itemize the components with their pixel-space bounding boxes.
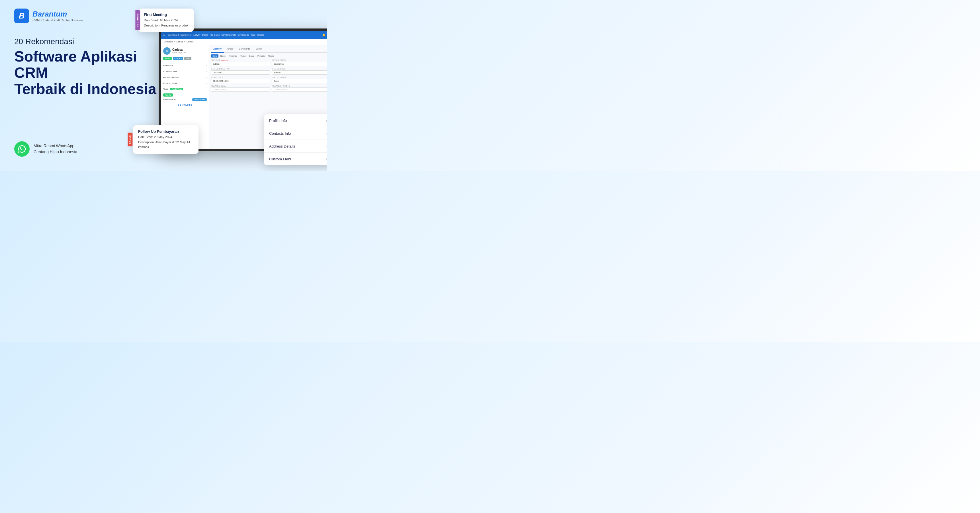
chevron-icon-profile: ›: [326, 118, 327, 123]
wa-text: Mitra Resmi WhatsApp Centang Hijau Indon…: [33, 143, 77, 155]
related-tickets-input[interactable]: -- Search Data --: [272, 88, 327, 92]
act-tab-meetings[interactable]: Meetings: [228, 54, 239, 57]
nav-dashboard[interactable]: Dashboard: [167, 33, 178, 36]
contacts-label: CONTACTS: [163, 102, 207, 108]
related-tickets-field: RELATED TICKETS -- Search Data --: [272, 85, 327, 92]
nav-downloads[interactable]: Downloads: [237, 33, 249, 36]
dropdown-custom-field[interactable]: Custom Field ›: [264, 153, 327, 165]
badge-view: View: [184, 57, 191, 60]
nav-deals[interactable]: Deals: [202, 33, 208, 36]
nav-tags[interactable]: Tags: [251, 33, 256, 36]
nav-others[interactable]: Others: [257, 33, 264, 36]
section-address-details[interactable]: Address Details ›: [163, 74, 207, 80]
chevron-icon-contacts: ›: [326, 131, 327, 135]
tags-row: Tags + Add Tags: [163, 86, 207, 92]
meeting-tab: MEETINGS: [135, 10, 140, 30]
calls-owner-field: CALLS OWNER Demo: [272, 76, 327, 83]
dropdown-profile-info[interactable]: Profile Info ›: [264, 114, 327, 127]
dropdown-card: Profile Info › Contacts Info › Address D…: [264, 114, 327, 165]
status-direction-value[interactable]: Outbound: [211, 70, 270, 75]
dropdown-contacts-info[interactable]: Contacts Info ›: [264, 127, 327, 140]
section-profile-info[interactable]: Profile Info ›: [163, 62, 207, 69]
crm-tabs: Activity Chats Comments Summ: [211, 47, 327, 53]
calls-card-date: Date Start: 20 May 2024: [138, 135, 193, 140]
meeting-card-title: First Meeting: [144, 13, 189, 17]
logo-area: B Barantum CRM, Chats, & Call Center Sof…: [14, 8, 83, 23]
contact-name: Carissa: [172, 48, 186, 51]
status-badges: Reach Check It View: [163, 57, 207, 60]
contact-company: Inda Jaya, PT: [172, 51, 186, 54]
attachments-row: Attachments + Upload File: [163, 97, 207, 102]
act-tab-calls[interactable]: Calls: [211, 54, 218, 57]
start-date-field: START DATE 04-06-2024 18:18: [211, 76, 270, 83]
logo-tagline: CRM, Chats, & Call Center Software: [32, 19, 83, 22]
calls-card: CALLS Follow Up Pembayaran Date Start: 2…: [133, 125, 199, 154]
section-contacts-info[interactable]: Contacts Info ›: [163, 69, 207, 74]
act-tab-tasks[interactable]: Tasks: [239, 54, 247, 57]
dropdown-address-details[interactable]: Address Details ›: [264, 140, 327, 153]
tab-comments[interactable]: Comments: [237, 47, 252, 51]
logo-icon: B: [14, 8, 29, 23]
section-custom-field[interactable]: Custom Field ›: [163, 80, 207, 86]
logo-brand: Barantum: [32, 10, 83, 18]
nav-activity[interactable]: Activity: [193, 33, 200, 36]
tab-activity[interactable]: Activity: [211, 47, 224, 53]
description-input[interactable]: Description: [272, 62, 327, 66]
nav-presales[interactable]: Pre-Sales: [210, 33, 220, 36]
chevron-icon-address: ›: [326, 144, 327, 148]
meeting-card: MEETINGS First Meeting Date Start: 10 Ma…: [139, 8, 194, 32]
subject-input[interactable]: Subject: [211, 62, 270, 66]
subject-field: SUBJECT (required) Subject: [211, 59, 270, 66]
calls-owner-value[interactable]: Demo: [272, 79, 327, 83]
whatsapp-icon: [14, 141, 30, 157]
tab-summ[interactable]: Summ: [253, 47, 264, 51]
contact-avatar: C: [163, 47, 170, 55]
calls-tab: CALLS: [127, 133, 132, 147]
upload-btn[interactable]: + Upload File: [192, 98, 207, 101]
related-deal-field: RELATED DEAL -- Search Data --: [211, 85, 270, 92]
priority-badge: Priority: [163, 93, 173, 97]
breadcrumb: Contacts > Listing > Details: [161, 39, 327, 45]
activity-tabs: Calls Notes Meetings Tasks Deals Project…: [211, 54, 327, 57]
add-tags-btn[interactable]: + Add Tags: [170, 88, 183, 90]
badge-check: Check It: [173, 57, 183, 60]
meeting-card-desc: Description: Pengenalan produk: [144, 23, 189, 28]
chevron-icon-custom: ›: [326, 157, 327, 161]
calls-card-desc: Description: Akan bayar di 22 May, FU ke…: [138, 140, 193, 150]
related-deal-input[interactable]: -- Search Data --: [211, 88, 270, 92]
whatsapp-badge: Mitra Resmi WhatsApp Centang Hijau Indon…: [14, 141, 77, 157]
status-call-field: STATUS CALL Planned: [272, 68, 327, 75]
contact-header: C Carissa Inda Jaya, PT: [163, 47, 207, 55]
calls-card-title: Follow Up Pembayaran: [138, 129, 193, 134]
act-tab-projects[interactable]: Projects: [256, 54, 266, 57]
status-direction-field: STATUS DIRECTION Outbound: [211, 68, 270, 75]
form-grid: SUBJECT (required) Subject DESCRIPTION D…: [211, 59, 327, 92]
act-tab-notes[interactable]: Notes: [219, 54, 227, 57]
screen-area: ⌂ Dashboard Customers Activity Deals Pre…: [136, 0, 327, 171]
act-tab-tickets[interactable]: Tickets: [267, 54, 276, 57]
crm-nav: ⌂ Dashboard Customers Activity Deals Pre…: [161, 31, 327, 39]
tab-chats[interactable]: Chats: [225, 47, 235, 51]
meeting-card-date: Date Start: 10 May 2024: [144, 18, 189, 23]
start-date-value[interactable]: 04-06-2024 18:18: [211, 79, 270, 83]
badge-reach: Reach: [163, 57, 172, 60]
nav-customers[interactable]: Customers: [181, 33, 192, 36]
description-field: DESCRIPTION Description: [272, 59, 327, 66]
nav-omni[interactable]: Omnichannels: [221, 33, 236, 36]
act-tab-deals[interactable]: Deals: [248, 54, 256, 57]
status-call-value[interactable]: Planned: [272, 70, 327, 75]
